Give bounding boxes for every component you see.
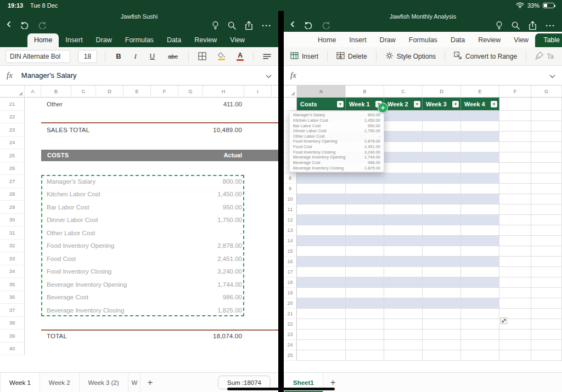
grid-cell[interactable] bbox=[531, 163, 562, 173]
table-header-cell-week-2[interactable]: Week 2▾ bbox=[384, 98, 423, 111]
grid-cell[interactable] bbox=[346, 309, 384, 319]
grid-cell[interactable] bbox=[499, 246, 531, 257]
grid-cell[interactable] bbox=[423, 329, 461, 340]
grid-cell[interactable] bbox=[461, 194, 499, 204]
grid-cell[interactable] bbox=[461, 340, 499, 350]
column-header-h[interactable]: H bbox=[203, 86, 244, 97]
row-number[interactable]: 12 bbox=[284, 215, 297, 225]
row-cells[interactable]: TOTAL18,074.00 bbox=[25, 329, 278, 343]
ribbon-tab-review[interactable]: Review bbox=[471, 33, 507, 48]
row-number[interactable]: 25 bbox=[284, 350, 297, 361]
grid-cell[interactable] bbox=[531, 246, 562, 257]
grid-cell[interactable] bbox=[384, 329, 423, 340]
row-number[interactable]: 27 bbox=[0, 175, 25, 188]
grid-cell[interactable] bbox=[531, 204, 562, 215]
sheet-tab-week-1[interactable]: Week 1 bbox=[0, 373, 40, 392]
ribbon-tab-view[interactable]: View bbox=[223, 33, 251, 48]
ribbon-tab-formulas[interactable]: Formulas bbox=[119, 33, 160, 48]
row-number[interactable]: 28 bbox=[0, 188, 25, 201]
select-all-corner[interactable] bbox=[0, 86, 25, 97]
grid-cell[interactable] bbox=[461, 267, 499, 277]
ribbon-tab-draw[interactable]: Draw bbox=[373, 33, 402, 48]
column-header-g[interactable]: G bbox=[531, 86, 562, 97]
grid-cell[interactable] bbox=[346, 277, 384, 288]
sheet-tab-w[interactable]: W bbox=[128, 373, 140, 392]
row-number[interactable]: 30 bbox=[0, 214, 25, 227]
row-number[interactable]: 8 bbox=[284, 173, 297, 184]
grid-cell[interactable] bbox=[461, 111, 499, 121]
grid-cell[interactable] bbox=[297, 173, 346, 184]
split-view-divider[interactable] bbox=[278, 11, 284, 392]
grid-cell[interactable] bbox=[346, 236, 384, 246]
grid-cell[interactable] bbox=[461, 319, 499, 329]
grid-cell[interactable] bbox=[461, 215, 499, 225]
grid-cell[interactable] bbox=[297, 350, 346, 361]
ribbon-tab-review[interactable]: Review bbox=[188, 33, 223, 48]
grid-cell[interactable] bbox=[423, 163, 461, 173]
grid-cell[interactable] bbox=[384, 204, 423, 215]
font-size-select[interactable]: 18 bbox=[78, 50, 97, 63]
grid-cell[interactable] bbox=[531, 225, 562, 236]
undo-icon[interactable] bbox=[304, 21, 313, 29]
share-icon[interactable] bbox=[529, 21, 537, 30]
grid-cell[interactable] bbox=[423, 340, 461, 350]
grid-cell[interactable] bbox=[499, 121, 531, 132]
grid-cell[interactable] bbox=[531, 98, 562, 111]
more-ellipsis-icon[interactable]: ··· bbox=[262, 21, 272, 30]
redo-icon[interactable] bbox=[322, 21, 331, 29]
grid-cell[interactable] bbox=[384, 142, 423, 152]
font-name-select[interactable]: DIN Alternate Bol bbox=[5, 50, 70, 63]
grid-cell[interactable] bbox=[499, 173, 531, 184]
row-number[interactable]: 22 bbox=[284, 319, 297, 329]
add-sheet-button[interactable]: + bbox=[140, 373, 160, 392]
row-cells[interactable]: Other Labor Cost- bbox=[25, 226, 278, 240]
ribbon-tab-home[interactable]: Home bbox=[311, 33, 342, 48]
grid-cell[interactable] bbox=[531, 340, 562, 350]
row-number[interactable]: 38 bbox=[0, 317, 25, 330]
right-formula-bar[interactable]: fx bbox=[284, 66, 562, 86]
row-cells[interactable]: Dinner Labor Cost1,750.00 bbox=[25, 214, 278, 227]
column-header-g[interactable]: G bbox=[178, 86, 203, 97]
grid-cell[interactable] bbox=[384, 184, 423, 194]
row-cells[interactable]: Manager's Salary800.00 bbox=[25, 175, 278, 188]
grid-cell[interactable] bbox=[531, 288, 562, 298]
grid-cell[interactable] bbox=[384, 132, 423, 142]
row-cells[interactable]: Beverage Inventory Opening1,744.00 bbox=[25, 278, 278, 291]
grid-cell[interactable] bbox=[346, 225, 384, 236]
row-number[interactable]: 16 bbox=[284, 257, 297, 267]
row-number[interactable]: 29 bbox=[0, 201, 25, 214]
row-number[interactable]: 36 bbox=[0, 291, 25, 304]
row-cells[interactable]: Beverage Cost986.00 bbox=[25, 291, 278, 304]
grid-cell[interactable] bbox=[423, 225, 461, 236]
grid-cell[interactable] bbox=[461, 277, 499, 288]
grid-cell[interactable] bbox=[499, 340, 531, 350]
grid-cell[interactable] bbox=[346, 215, 384, 225]
share-icon[interactable] bbox=[245, 21, 253, 30]
grid-cell[interactable] bbox=[531, 267, 562, 277]
delete-rows-button[interactable]: Delete bbox=[335, 50, 368, 63]
row-number[interactable]: 39 bbox=[0, 329, 25, 343]
grid-cell[interactable] bbox=[297, 277, 346, 288]
grid-cell[interactable] bbox=[499, 132, 531, 142]
ideas-lightbulb-icon[interactable] bbox=[212, 21, 219, 30]
redo-icon[interactable] bbox=[38, 21, 47, 29]
grid-cell[interactable] bbox=[384, 111, 423, 121]
grid-cell[interactable] bbox=[423, 184, 461, 194]
grid-cell[interactable] bbox=[297, 215, 346, 225]
grid-cell[interactable] bbox=[499, 225, 531, 236]
search-icon[interactable] bbox=[228, 21, 236, 30]
column-header-b[interactable]: B bbox=[346, 86, 384, 97]
column-header-b[interactable]: B bbox=[41, 86, 71, 97]
style-options-button[interactable]: Style Options bbox=[384, 50, 437, 63]
search-icon[interactable] bbox=[512, 21, 520, 30]
grid-cell[interactable] bbox=[384, 215, 423, 225]
grid-cell[interactable] bbox=[461, 298, 499, 309]
filter-button[interactable]: ▾ bbox=[452, 101, 459, 107]
row-number[interactable]: 33 bbox=[0, 252, 25, 265]
row-cells[interactable] bbox=[25, 317, 278, 330]
grid-cell[interactable] bbox=[499, 298, 531, 309]
row-number[interactable]: 11 bbox=[284, 204, 297, 215]
back-icon[interactable]: ‹ bbox=[7, 17, 11, 30]
row-number[interactable]: 32 bbox=[0, 240, 25, 253]
grid-cell[interactable] bbox=[531, 111, 562, 121]
